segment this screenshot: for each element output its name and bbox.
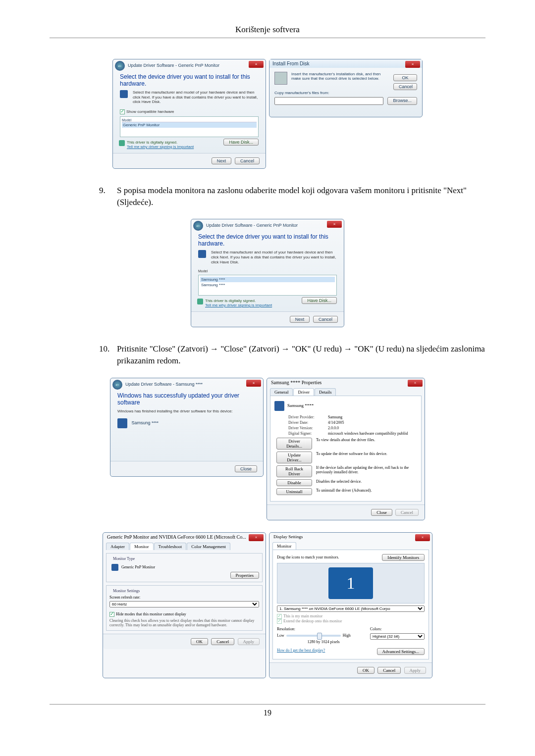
shield-icon (197, 299, 203, 304)
monitor-type-value: Generic PnP Monitor (121, 565, 155, 569)
monitor-preview[interactable]: 1 (328, 567, 373, 599)
breadcrumb: Update Driver Software - Generic PnP Mon… (206, 223, 298, 228)
driver-details-button[interactable]: Driver Details... (276, 438, 312, 450)
compat-label: Show compatible hardware (126, 109, 174, 114)
cancel-button: Cancel (395, 509, 419, 516)
shield-icon (119, 140, 125, 146)
install-from-disk-dialog: Install From Disk× Insert the manufactur… (269, 59, 423, 117)
list-item[interactable]: Samsung **** (200, 282, 335, 288)
step-number: 9. (99, 185, 117, 208)
tab-driver[interactable]: Driver (293, 388, 314, 396)
slider-thumb[interactable] (317, 633, 322, 640)
properties-button[interactable]: Properties (230, 572, 260, 579)
ok-button[interactable]: OK (191, 638, 208, 645)
uninstall-button[interactable]: Uninstall (276, 488, 312, 495)
rollback-desc: If the device fails after updating the d… (312, 465, 417, 477)
extend-label: Extend the desktop onto this monitor (283, 619, 342, 623)
have-disk-button[interactable]: Have Disk... (223, 139, 259, 146)
signing-link[interactable]: Tell me why driver signing is important (127, 145, 194, 149)
device-name: Samsung **** (132, 420, 159, 425)
monitor-select[interactable]: 1. Samsung **** on NVIDIA GeForce 6600 L… (277, 605, 425, 612)
tab-color[interactable]: Color Management (187, 543, 230, 550)
resolution-slider[interactable] (286, 635, 341, 637)
identify-button[interactable]: Identify Monitors (382, 554, 425, 561)
tab-adapter[interactable]: Adapter (106, 543, 129, 550)
ok-button[interactable]: OK (393, 74, 417, 81)
have-disk-button[interactable]: Have Disk... (302, 297, 337, 304)
wizard-subtext: Select the manufacturer and model of you… (191, 250, 344, 268)
dialog-title: Display Settings (273, 534, 303, 539)
device-icon (120, 90, 128, 98)
breadcrumb: Update Driver Software - Samsung **** (125, 382, 203, 387)
back-icon[interactable]: ← (193, 221, 203, 231)
cancel-button[interactable]: Cancel (393, 83, 417, 90)
update-driver-button[interactable]: Update Driver... (276, 452, 312, 463)
monitor-properties-dialog: Generic PnP Monitor and NVIDIA GeForce 6… (103, 532, 266, 678)
list-item[interactable]: Samsung **** (200, 277, 335, 282)
apply-button: Apply (404, 667, 427, 674)
close-button[interactable]: Close (235, 465, 257, 472)
monitor-icon (111, 564, 118, 571)
disable-button[interactable]: Disable (276, 479, 312, 486)
device-name: Samsung **** (287, 403, 314, 408)
version-label: Driver Version: (288, 426, 328, 430)
main-monitor-label: This is my main monitor (283, 614, 322, 618)
hide-modes-label: Hide modes that this monitor cannot disp… (116, 612, 186, 616)
signed-label: This driver is digitally signed. (127, 140, 177, 145)
tab-monitor[interactable]: Monitor (130, 543, 154, 550)
signing-link[interactable]: Tell me why driver signing is important (205, 303, 272, 307)
device-icon (274, 401, 284, 411)
dialog-title: Samsung **** Properties (271, 380, 321, 385)
refresh-select[interactable]: 60 Hertz (109, 601, 259, 607)
next-button[interactable]: Next (290, 316, 310, 323)
update-desc: To update the driver software for this d… (312, 452, 417, 463)
compat-checkbox[interactable] (120, 109, 125, 114)
cancel-button[interactable]: Cancel (313, 316, 338, 323)
model-header: Model (122, 118, 257, 122)
cancel-button[interactable]: Cancel (377, 667, 401, 674)
best-display-link[interactable]: How do I get the best display? (277, 648, 325, 655)
provider-label: Driver Provider: (288, 415, 328, 419)
cancel-button[interactable]: Cancel (235, 157, 260, 164)
ok-button[interactable]: OK (357, 667, 374, 674)
driver-wizard-1: × ← Update Driver Software - Generic PnP… (112, 59, 266, 169)
dialog-title: Generic PnP Monitor and NVIDIA GeForce 6… (107, 534, 246, 540)
hide-modes-checkbox[interactable] (109, 612, 114, 617)
back-icon[interactable]: ← (112, 380, 122, 390)
close-icon[interactable]: × (408, 380, 423, 387)
uninstall-desc: To uninstall the driver (Advanced). (312, 488, 417, 495)
close-icon[interactable]: × (415, 534, 430, 541)
driver-properties-dialog: Samsung **** Properties× General Driver … (267, 378, 425, 520)
tab-monitor[interactable]: Monitor (272, 542, 296, 550)
breadcrumb: Update Driver Software - Generic PnP Mon… (128, 63, 219, 68)
extend-checkbox (277, 619, 282, 624)
driver-wizard-2: × ← Update Driver Software - Generic PnP… (191, 219, 344, 327)
close-icon[interactable]: × (405, 61, 420, 68)
path-input[interactable] (274, 97, 383, 105)
wizard-heading: Windows has successfully updated your dr… (110, 390, 263, 409)
wizard-subtext: Select the manufacturer and model of you… (113, 90, 266, 108)
tab-troubleshoot[interactable]: Troubleshoot (154, 543, 187, 550)
driver-wizard-3: × ← Update Driver Software - Samsung ***… (110, 378, 264, 477)
device-icon (198, 250, 206, 258)
back-icon[interactable]: ← (115, 61, 125, 71)
provider-value: Samsung (328, 415, 342, 419)
browse-button[interactable]: Browse... (387, 97, 417, 105)
close-button[interactable]: Close (371, 509, 392, 516)
tab-general[interactable]: General (270, 388, 293, 396)
wizard-heading: Select the device driver you want to ins… (191, 231, 344, 250)
advanced-button[interactable]: Advanced Settings... (377, 648, 425, 655)
rollback-button[interactable]: Roll Back Driver (276, 465, 312, 477)
next-button[interactable]: Next (212, 157, 232, 164)
model-list[interactable]: Samsung **** Samsung **** (198, 275, 337, 296)
list-item[interactable]: Generic PnP Monitor (122, 122, 257, 128)
model-list[interactable]: Model Generic PnP Monitor (120, 116, 259, 137)
tab-details[interactable]: Details (315, 388, 336, 396)
date-value: 4/14/2005 (328, 420, 344, 425)
cancel-button[interactable]: Cancel (211, 638, 234, 645)
apply-button: Apply (238, 638, 260, 645)
close-icon[interactable]: × (249, 534, 264, 541)
colors-select[interactable]: Highest (32 bit) (370, 633, 425, 640)
step-text: Pritisnite "Close" (Zatvori) → "Close" (… (117, 343, 485, 367)
wizard-heading: Select the device driver you want to ins… (113, 71, 266, 90)
